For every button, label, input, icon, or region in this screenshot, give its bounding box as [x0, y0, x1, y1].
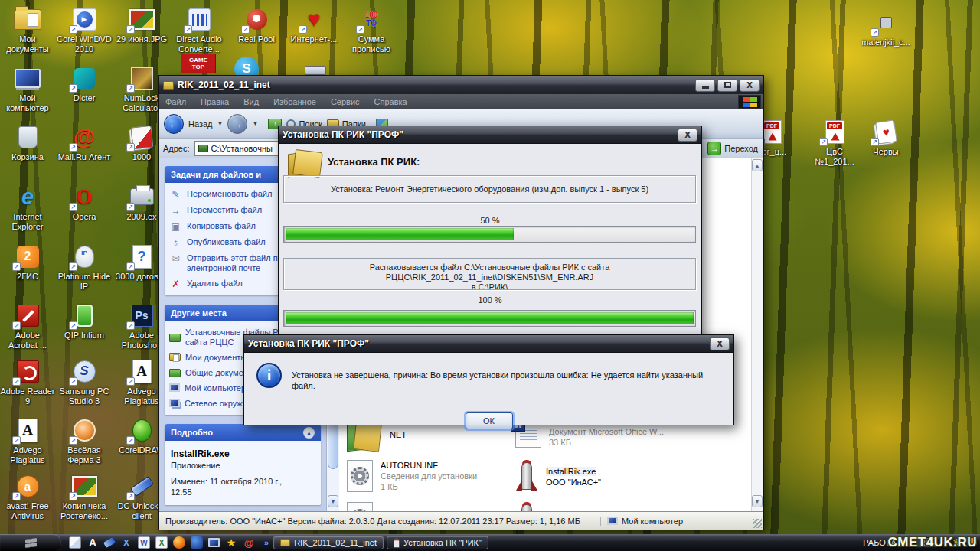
resize-grip[interactable]	[753, 519, 762, 528]
desktop-icon[interactable]	[305, 66, 326, 75]
quick-launch-icon[interactable]: X	[155, 536, 168, 549]
info-icon: i	[256, 363, 282, 388]
maximize-button[interactable]	[717, 79, 737, 92]
stage1-progressbar	[283, 226, 696, 243]
menu-item[interactable]: Сервис	[331, 97, 360, 106]
rocket-icon	[515, 502, 538, 511]
place-icon	[169, 399, 180, 407]
place-icon	[169, 383, 180, 392]
task-buttons: RIK_2011_02_11_inet Установка ПК "РИК"	[273, 536, 488, 549]
error-dialog-titlebar[interactable]: Установка ПК РИК "ПРОФ" X	[244, 335, 733, 353]
close-button[interactable]: X	[710, 337, 730, 350]
task-button-icon	[280, 539, 290, 546]
task-icon: ✎	[169, 189, 182, 200]
place-icon	[169, 369, 181, 377]
task-button-icon	[394, 538, 400, 548]
desktop-icon[interactable]: GAME TOP	[181, 54, 216, 73]
task-icon: ✉	[169, 253, 182, 264]
scroll-up-icon[interactable]: ▲	[752, 159, 763, 171]
folder-icon	[198, 145, 208, 152]
task-icon: ▣	[169, 221, 182, 232]
stage2-progress-fill	[286, 312, 694, 324]
quick-launch-icon[interactable]	[191, 536, 203, 549]
stage2-percent: 100 %	[279, 295, 701, 305]
details-file-name: InstallRik.exe	[171, 448, 315, 459]
folder-icon	[163, 81, 174, 90]
setup-information-icon	[347, 502, 373, 511]
menu-item[interactable]: Правка	[201, 97, 229, 106]
windows-flag-icon	[25, 538, 37, 548]
close-button[interactable]: X	[740, 79, 760, 92]
close-button[interactable]: X	[678, 129, 697, 142]
status-text: Производитель: ООО "ИнАС+" Версия файла:…	[165, 517, 594, 526]
menu-bar: ФайлПравкаВидИзбранноеСервисСправка	[159, 94, 763, 109]
menu-item[interactable]: Справка	[374, 97, 407, 106]
filelist-scrollbar[interactable]: ▲ ▼	[751, 158, 763, 511]
install-dialog-titlebar[interactable]: Установка ПК РИК "ПРОФ" X	[279, 126, 701, 144]
address-label: Адрес:	[163, 144, 190, 153]
status-zone: Мой компьютер	[600, 517, 757, 526]
quick-launch-icon[interactable]	[208, 538, 220, 547]
status-bar: Производитель: ООО "ИнАС+" Версия файла:…	[159, 511, 763, 530]
scroll-down-icon[interactable]: ▼	[752, 495, 763, 507]
error-dialog: Установка ПК РИК "ПРОФ" X i Установка не…	[243, 334, 734, 425]
place-icon	[169, 353, 181, 361]
dialog-title: Установка ПК РИК "ПРОФ"	[248, 338, 705, 349]
quick-launch-icon[interactable]	[103, 537, 116, 548]
scroll-down-icon[interactable]: ▼	[328, 495, 338, 507]
details-modified: Изменен: 11 октября 2010 г., 12:55	[171, 476, 286, 497]
windows-logo-icon	[738, 95, 761, 109]
menu-item[interactable]: Избранное	[273, 97, 316, 106]
task-icon: →	[169, 205, 182, 216]
menu-item[interactable]: Файл	[165, 97, 186, 106]
stage1-percent: 50 %	[279, 216, 701, 225]
task-icon: ♁	[169, 237, 182, 248]
my-computer-icon	[607, 517, 618, 525]
back-button-label[interactable]: Назад	[188, 119, 213, 129]
dialog-title: Установка ПК РИК "ПРОФ"	[283, 129, 673, 140]
quick-launch-icon[interactable]: A	[87, 536, 99, 549]
ok-button[interactable]: ОК	[466, 412, 513, 429]
details-section: Подробно ▲ InstallRik.exe Приложение Изм…	[165, 424, 321, 505]
menu-item[interactable]: Вид	[243, 97, 259, 106]
collapse-chevron-icon[interactable]: ▲	[303, 427, 315, 439]
taskbar-task-button[interactable]: RIK_2011_02_11_inet	[273, 536, 384, 549]
quick-launch-icon[interactable]: W	[138, 536, 150, 549]
stage2-progressbar	[283, 310, 696, 327]
desktop: ↗ Мои документы ▶ ↗ Corel WinDVD 2010 ↗ …	[0, 0, 980, 551]
back-dropdown-icon[interactable]: ▼	[217, 120, 224, 127]
taskbar-task-button[interactable]: Установка ПК "РИК"	[387, 536, 488, 549]
go-arrow-icon: →	[707, 142, 721, 155]
quick-launch-icon[interactable]	[173, 536, 185, 549]
rocket-icon	[515, 460, 538, 494]
quick-launch-icon[interactable]: ★	[225, 536, 237, 549]
watermark: CMET4UK.RU	[888, 535, 977, 550]
quick-launch-icon[interactable]: X	[120, 536, 132, 549]
window-title: RIK_2011_02_11_inet	[178, 80, 691, 90]
quick-launch-icon[interactable]: @	[243, 536, 255, 549]
error-message: Установка не завершена, причина: Во врем…	[292, 370, 724, 391]
setup-information-icon	[347, 460, 373, 492]
explorer-titlebar[interactable]: RIK_2011_02_11_inet X	[159, 76, 763, 94]
task-icon: ✗	[169, 279, 182, 289]
start-button[interactable]	[0, 534, 61, 551]
file-tile-partial[interactable]	[347, 502, 373, 511]
quicklaunch-chevron-icon[interactable]: »	[264, 538, 269, 547]
forward-icon[interactable]: →	[227, 114, 247, 134]
details-file-type: Приложение	[171, 461, 315, 470]
forward-dropdown-icon[interactable]: ▼	[252, 120, 258, 127]
file-tile-installer[interactable]: InstallRik.exe ООО "ИнАС+"	[515, 460, 601, 494]
quick-launch: AXWX★@	[64, 536, 260, 549]
install-dialog: Установка ПК РИК "ПРОФ" X Установка ПК Р…	[278, 126, 702, 347]
back-icon[interactable]: ←	[164, 114, 184, 134]
minimize-button[interactable]	[695, 79, 715, 92]
file-tile-autorun[interactable]: AUTORUN.INF Сведения для установки 1 КБ	[347, 460, 477, 492]
desktop-icon-image	[305, 66, 326, 75]
quick-launch-icon[interactable]	[69, 536, 81, 549]
stage1-status-box: Установка: Ремонт Энергетического оборуд…	[283, 175, 696, 203]
desktop-icon-image: GAME TOP	[181, 54, 216, 73]
details-header[interactable]: Подробно ▲	[165, 424, 321, 441]
file-tile-partial[interactable]	[515, 502, 538, 511]
open-folder-icon	[288, 148, 322, 176]
go-button[interactable]: → Переход	[706, 142, 760, 155]
